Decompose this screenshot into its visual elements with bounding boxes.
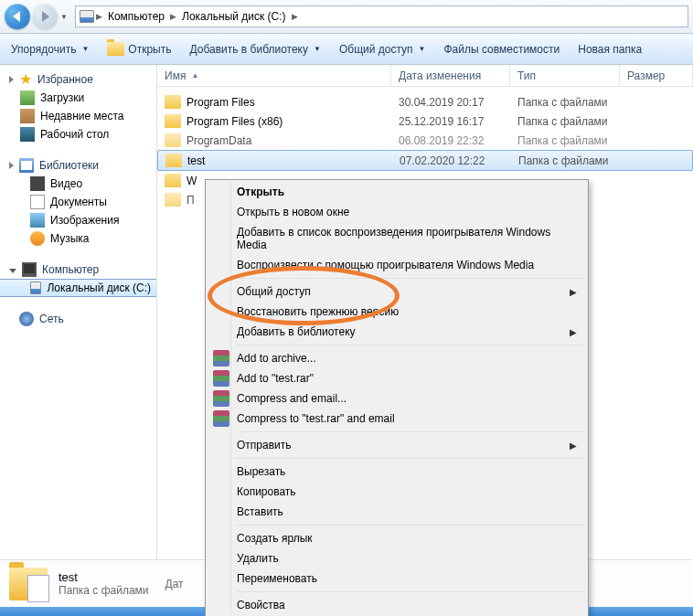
menu-delete[interactable]: Удалить bbox=[208, 548, 586, 568]
computer-icon bbox=[22, 262, 37, 277]
add-to-library-button[interactable]: Добавить в библиотеку▼ bbox=[186, 40, 324, 58]
menu-add-to-test-rar[interactable]: Add to "test.rar" bbox=[208, 368, 586, 388]
breadcrumb-item[interactable]: Компьютер bbox=[104, 10, 168, 23]
menu-open-new-window[interactable]: Открыть в новом окне bbox=[208, 202, 586, 222]
chevron-down-icon: ▼ bbox=[81, 45, 89, 53]
menu-create-shortcut[interactable]: Создать ярлык bbox=[208, 528, 586, 548]
menu-separator bbox=[235, 525, 584, 526]
sidebar-network[interactable]: Сеть bbox=[0, 310, 156, 328]
menu-add-to-playlist[interactable]: Добавить в список воспроизведения проигр… bbox=[208, 222, 586, 255]
compat-files-button[interactable]: Файлы совместимости bbox=[440, 40, 563, 58]
sort-asc-icon: ▲ bbox=[191, 71, 198, 80]
breadcrumb-separator-icon[interactable]: ▶ bbox=[292, 12, 298, 21]
toolbar: Упорядочить▼ Открыть Добавить в библиоте… bbox=[0, 34, 693, 65]
column-type[interactable]: Тип bbox=[510, 65, 620, 86]
menu-separator bbox=[235, 591, 584, 592]
breadcrumb-separator-icon[interactable]: ▶ bbox=[170, 12, 176, 21]
sidebar-recent[interactable]: Недавние места bbox=[0, 107, 156, 125]
drive-icon bbox=[30, 281, 41, 294]
pictures-icon bbox=[30, 213, 45, 228]
sidebar-documents[interactable]: Документы bbox=[0, 193, 156, 211]
folder-icon bbox=[165, 154, 182, 167]
file-row[interactable]: Program Files (x86) 25.12.2019 16:17 Пап… bbox=[157, 112, 693, 131]
navigation-bar: ▼ ▶ Компьютер ▶ Локальный диск (C:) ▶ bbox=[0, 0, 693, 34]
drive-icon bbox=[80, 10, 94, 23]
recent-icon bbox=[20, 109, 35, 123]
folder-icon bbox=[107, 42, 124, 56]
video-icon bbox=[30, 176, 45, 191]
details-date-label: Дат bbox=[165, 578, 184, 590]
column-date[interactable]: Дата изменения bbox=[391, 65, 510, 86]
menu-open[interactable]: Открыть bbox=[208, 182, 586, 202]
details-name: test bbox=[59, 570, 149, 584]
menu-properties[interactable]: Свойства bbox=[208, 595, 586, 615]
sidebar-downloads[interactable]: Загрузки bbox=[0, 89, 156, 107]
sidebar-computer[interactable]: Компьютер bbox=[0, 260, 156, 279]
menu-restore-previous[interactable]: Восстановить прежнюю версию bbox=[208, 302, 586, 322]
menu-play-with-wmp[interactable]: Воспроизвести с помощью проигрывателя Wi… bbox=[208, 255, 586, 275]
column-headers: Имя▲ Дата изменения Тип Размер bbox=[157, 65, 693, 87]
forward-button[interactable] bbox=[32, 4, 58, 29]
menu-add-to-library[interactable]: Добавить в библиотеку▶ bbox=[208, 322, 586, 342]
breadcrumb-item[interactable]: Локальный диск (C:) bbox=[178, 10, 290, 23]
file-row[interactable]: Program Files 30.04.2019 20:17 Папка с ф… bbox=[157, 92, 693, 112]
menu-cut[interactable]: Вырезать bbox=[208, 462, 586, 482]
menu-share[interactable]: Общий доступ▶ bbox=[208, 281, 586, 302]
folder-icon bbox=[165, 133, 181, 147]
sidebar-desktop[interactable]: Рабочий стол bbox=[0, 125, 156, 143]
winrar-icon bbox=[213, 350, 229, 366]
breadcrumb-separator-icon[interactable]: ▶ bbox=[96, 12, 102, 21]
collapse-icon bbox=[9, 269, 16, 273]
submenu-arrow-icon: ▶ bbox=[570, 287, 577, 297]
winrar-icon bbox=[213, 370, 229, 387]
sidebar-libraries[interactable]: Библиотеки bbox=[0, 156, 156, 175]
open-button[interactable]: Открыть bbox=[103, 39, 175, 58]
menu-compress-email[interactable]: Compress and email... bbox=[208, 388, 586, 409]
menu-send-to[interactable]: Отправить▶ bbox=[208, 435, 586, 455]
expand-icon bbox=[9, 76, 14, 83]
submenu-arrow-icon: ▶ bbox=[570, 441, 577, 451]
menu-add-to-archive[interactable]: Add to archive... bbox=[208, 348, 586, 368]
sidebar-favorites[interactable]: ★Избранное bbox=[0, 70, 156, 89]
chevron-down-icon: ▼ bbox=[314, 45, 321, 53]
sidebar-local-disk[interactable]: Локальный диск (C:) bbox=[0, 279, 156, 297]
menu-separator bbox=[235, 278, 584, 279]
star-icon: ★ bbox=[19, 72, 32, 87]
organize-button[interactable]: Упорядочить▼ bbox=[7, 40, 92, 58]
file-row[interactable]: ProgramData 06.08.2019 22:32 Папка с фай… bbox=[157, 131, 693, 150]
chevron-down-icon: ▼ bbox=[419, 45, 426, 53]
sidebar-music[interactable]: Музыка bbox=[0, 229, 156, 248]
breadcrumb-label: Компьютер bbox=[108, 10, 165, 23]
sidebar: ★Избранное Загрузки Недавние места Рабоч… bbox=[0, 65, 157, 581]
menu-compress-test-email[interactable]: Compress to "test.rar" and email bbox=[208, 409, 586, 429]
column-name[interactable]: Имя▲ bbox=[157, 65, 391, 86]
menu-copy[interactable]: Копировать bbox=[208, 482, 586, 502]
menu-paste[interactable]: Вставить bbox=[208, 502, 586, 522]
folder-icon bbox=[165, 95, 181, 109]
menu-separator bbox=[235, 458, 584, 459]
back-button[interactable] bbox=[5, 4, 30, 29]
desktop-icon bbox=[20, 127, 35, 142]
expand-icon bbox=[9, 162, 14, 169]
column-size[interactable]: Размер bbox=[620, 65, 693, 86]
breadcrumb-label: Локальный диск (C:) bbox=[182, 10, 286, 23]
sidebar-pictures[interactable]: Изображения bbox=[0, 211, 156, 229]
submenu-arrow-icon: ▶ bbox=[570, 327, 577, 337]
history-dropdown-icon[interactable]: ▼ bbox=[60, 13, 68, 21]
winrar-icon bbox=[213, 390, 229, 407]
file-row[interactable]: test 07.02.2020 12:22 Папка с файлами bbox=[157, 150, 693, 171]
menu-rename[interactable]: Переименовать bbox=[208, 568, 586, 589]
share-button[interactable]: Общий доступ▼ bbox=[336, 40, 430, 58]
documents-icon bbox=[30, 195, 45, 209]
network-icon bbox=[19, 312, 34, 326]
downloads-icon bbox=[20, 90, 35, 105]
winrar-icon bbox=[213, 410, 229, 427]
address-bar[interactable]: ▶ Компьютер ▶ Локальный диск (C:) ▶ bbox=[75, 5, 688, 27]
folder-icon bbox=[165, 114, 181, 128]
folder-icon bbox=[165, 193, 181, 207]
new-folder-button[interactable]: Новая папка bbox=[574, 40, 645, 58]
menu-separator bbox=[235, 431, 584, 432]
folder-large-icon bbox=[9, 568, 48, 600]
sidebar-video[interactable]: Видео bbox=[0, 175, 156, 193]
menu-separator bbox=[235, 345, 584, 345]
